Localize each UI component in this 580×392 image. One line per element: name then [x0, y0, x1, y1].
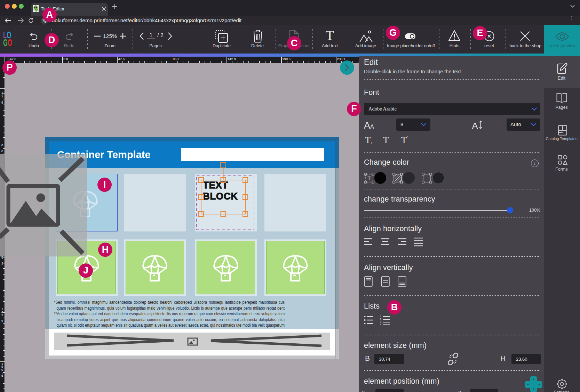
svg-text:T: T: [367, 175, 371, 181]
svg-text:4: 4: [380, 323, 381, 325]
